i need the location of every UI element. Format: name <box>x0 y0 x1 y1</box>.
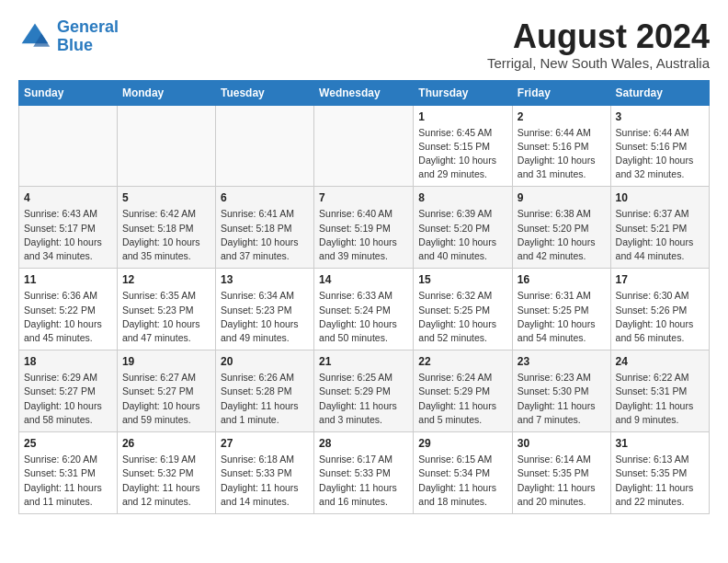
day-number: 24 <box>616 355 704 368</box>
day-info: Sunrise: 6:42 AM Sunset: 5:18 PM Dayligh… <box>122 207 210 263</box>
table-row <box>19 105 118 187</box>
day-info: Sunrise: 6:45 AM Sunset: 5:15 PM Dayligh… <box>418 126 507 182</box>
day-info: Sunrise: 6:27 AM Sunset: 5:27 PM Dayligh… <box>122 371 210 427</box>
table-row <box>215 105 313 187</box>
table-row: 10Sunrise: 6:37 AM Sunset: 5:21 PM Dayli… <box>610 187 709 269</box>
day-number: 26 <box>122 437 210 450</box>
day-number: 27 <box>221 437 309 450</box>
title-area: August 2024 Terrigal, New South Wales, A… <box>487 18 710 71</box>
day-number: 30 <box>518 437 606 450</box>
day-number: 5 <box>122 191 210 204</box>
day-info: Sunrise: 6:44 AM Sunset: 5:16 PM Dayligh… <box>518 126 606 182</box>
table-row: 9Sunrise: 6:38 AM Sunset: 5:20 PM Daylig… <box>512 187 610 269</box>
table-row: 18Sunrise: 6:29 AM Sunset: 5:27 PM Dayli… <box>19 350 118 432</box>
day-info: Sunrise: 6:34 AM Sunset: 5:23 PM Dayligh… <box>221 289 309 345</box>
day-number: 2 <box>518 110 606 123</box>
table-row: 22Sunrise: 6:24 AM Sunset: 5:29 PM Dayli… <box>414 350 513 432</box>
day-info: Sunrise: 6:23 AM Sunset: 5:30 PM Dayligh… <box>518 371 606 427</box>
calendar-week-row: 4Sunrise: 6:43 AM Sunset: 5:17 PM Daylig… <box>19 187 710 269</box>
table-row: 25Sunrise: 6:20 AM Sunset: 5:31 PM Dayli… <box>19 432 118 514</box>
day-info: Sunrise: 6:17 AM Sunset: 5:33 PM Dayligh… <box>319 453 408 509</box>
day-info: Sunrise: 6:33 AM Sunset: 5:24 PM Dayligh… <box>319 289 408 345</box>
day-number: 17 <box>616 273 704 286</box>
table-row: 8Sunrise: 6:39 AM Sunset: 5:20 PM Daylig… <box>414 187 513 269</box>
day-number: 8 <box>418 191 507 204</box>
day-info: Sunrise: 6:25 AM Sunset: 5:29 PM Dayligh… <box>319 371 408 427</box>
day-number: 23 <box>518 355 606 368</box>
logo: General Blue <box>18 18 119 55</box>
day-info: Sunrise: 6:18 AM Sunset: 5:33 PM Dayligh… <box>221 453 309 509</box>
day-info: Sunrise: 6:15 AM Sunset: 5:34 PM Dayligh… <box>418 453 507 509</box>
day-number: 31 <box>616 437 704 450</box>
day-info: Sunrise: 6:38 AM Sunset: 5:20 PM Dayligh… <box>518 207 606 263</box>
col-header-thursday: Thursday <box>414 80 513 105</box>
day-info: Sunrise: 6:35 AM Sunset: 5:23 PM Dayligh… <box>122 289 210 345</box>
table-row: 5Sunrise: 6:42 AM Sunset: 5:18 PM Daylig… <box>117 187 215 269</box>
col-header-friday: Friday <box>512 80 610 105</box>
calendar-week-row: 25Sunrise: 6:20 AM Sunset: 5:31 PM Dayli… <box>19 432 710 514</box>
col-header-sunday: Sunday <box>19 80 118 105</box>
day-number: 13 <box>221 273 309 286</box>
day-number: 4 <box>24 191 112 204</box>
day-info: Sunrise: 6:36 AM Sunset: 5:22 PM Dayligh… <box>24 289 112 345</box>
table-row: 16Sunrise: 6:31 AM Sunset: 5:25 PM Dayli… <box>512 269 610 350</box>
logo-text: General Blue <box>57 18 119 55</box>
day-info: Sunrise: 6:43 AM Sunset: 5:17 PM Dayligh… <box>24 207 112 263</box>
table-row: 7Sunrise: 6:40 AM Sunset: 5:19 PM Daylig… <box>314 187 414 269</box>
col-header-wednesday: Wednesday <box>314 80 414 105</box>
month-year: August 2024 <box>487 18 710 55</box>
table-row: 3Sunrise: 6:44 AM Sunset: 5:16 PM Daylig… <box>610 105 709 187</box>
day-info: Sunrise: 6:24 AM Sunset: 5:29 PM Dayligh… <box>418 371 507 427</box>
day-info: Sunrise: 6:37 AM Sunset: 5:21 PM Dayligh… <box>616 207 704 263</box>
col-header-saturday: Saturday <box>610 80 709 105</box>
day-info: Sunrise: 6:39 AM Sunset: 5:20 PM Dayligh… <box>418 207 507 263</box>
day-number: 14 <box>319 273 408 286</box>
table-row: 11Sunrise: 6:36 AM Sunset: 5:22 PM Dayli… <box>19 269 118 350</box>
day-number: 7 <box>319 191 408 204</box>
day-info: Sunrise: 6:26 AM Sunset: 5:28 PM Dayligh… <box>221 371 309 427</box>
col-header-tuesday: Tuesday <box>215 80 313 105</box>
day-number: 25 <box>24 437 112 450</box>
logo-line2: Blue <box>57 36 93 54</box>
logo-icon <box>18 20 51 53</box>
calendar-header-row: SundayMondayTuesdayWednesdayThursdayFrid… <box>19 80 710 105</box>
day-info: Sunrise: 6:44 AM Sunset: 5:16 PM Dayligh… <box>616 126 704 182</box>
day-info: Sunrise: 6:30 AM Sunset: 5:26 PM Dayligh… <box>616 289 704 345</box>
page-header: General Blue August 2024 Terrigal, New S… <box>18 18 710 71</box>
day-info: Sunrise: 6:14 AM Sunset: 5:35 PM Dayligh… <box>518 453 606 509</box>
day-info: Sunrise: 6:19 AM Sunset: 5:32 PM Dayligh… <box>122 453 210 509</box>
day-info: Sunrise: 6:32 AM Sunset: 5:25 PM Dayligh… <box>418 289 507 345</box>
table-row: 28Sunrise: 6:17 AM Sunset: 5:33 PM Dayli… <box>314 432 414 514</box>
day-number: 19 <box>122 355 210 368</box>
day-number: 15 <box>418 273 507 286</box>
day-info: Sunrise: 6:40 AM Sunset: 5:19 PM Dayligh… <box>319 207 408 263</box>
day-number: 9 <box>518 191 606 204</box>
calendar-week-row: 11Sunrise: 6:36 AM Sunset: 5:22 PM Dayli… <box>19 269 710 350</box>
day-info: Sunrise: 6:13 AM Sunset: 5:35 PM Dayligh… <box>616 453 704 509</box>
table-row: 29Sunrise: 6:15 AM Sunset: 5:34 PM Dayli… <box>414 432 513 514</box>
day-number: 29 <box>418 437 507 450</box>
day-number: 6 <box>221 191 309 204</box>
day-number: 10 <box>616 191 704 204</box>
table-row: 21Sunrise: 6:25 AM Sunset: 5:29 PM Dayli… <box>314 350 414 432</box>
table-row: 12Sunrise: 6:35 AM Sunset: 5:23 PM Dayli… <box>117 269 215 350</box>
table-row <box>314 105 414 187</box>
table-row: 4Sunrise: 6:43 AM Sunset: 5:17 PM Daylig… <box>19 187 118 269</box>
table-row: 1Sunrise: 6:45 AM Sunset: 5:15 PM Daylig… <box>414 105 513 187</box>
day-number: 16 <box>518 273 606 286</box>
calendar-table: SundayMondayTuesdayWednesdayThursdayFrid… <box>18 80 710 514</box>
table-row: 6Sunrise: 6:41 AM Sunset: 5:18 PM Daylig… <box>215 187 313 269</box>
day-number: 22 <box>418 355 507 368</box>
day-info: Sunrise: 6:20 AM Sunset: 5:31 PM Dayligh… <box>24 453 112 509</box>
day-number: 3 <box>616 110 704 123</box>
col-header-monday: Monday <box>117 80 215 105</box>
table-row <box>117 105 215 187</box>
table-row: 30Sunrise: 6:14 AM Sunset: 5:35 PM Dayli… <box>512 432 610 514</box>
table-row: 23Sunrise: 6:23 AM Sunset: 5:30 PM Dayli… <box>512 350 610 432</box>
table-row: 15Sunrise: 6:32 AM Sunset: 5:25 PM Dayli… <box>414 269 513 350</box>
table-row: 31Sunrise: 6:13 AM Sunset: 5:35 PM Dayli… <box>610 432 709 514</box>
table-row: 17Sunrise: 6:30 AM Sunset: 5:26 PM Dayli… <box>610 269 709 350</box>
day-number: 28 <box>319 437 408 450</box>
table-row: 2Sunrise: 6:44 AM Sunset: 5:16 PM Daylig… <box>512 105 610 187</box>
logo-line1: General <box>57 17 119 36</box>
